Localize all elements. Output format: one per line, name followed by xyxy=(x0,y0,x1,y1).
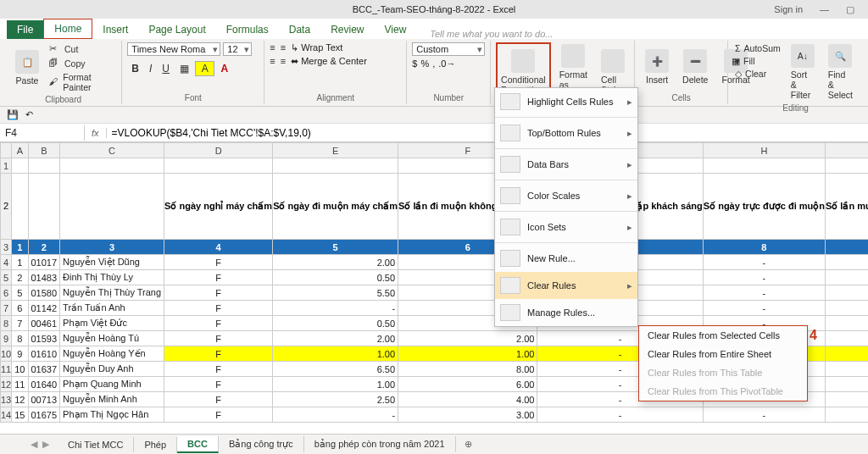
row-header-1[interactable]: 1 xyxy=(1,158,12,174)
row-header-5[interactable]: 5 xyxy=(1,270,12,285)
tab-file[interactable]: File xyxy=(7,20,43,39)
cell-I4[interactable]: - xyxy=(825,255,868,270)
sort-filter-button[interactable]: A↓Sort & Filter xyxy=(786,42,820,102)
clear-rules-entire-sheet[interactable]: Clear Rules from Entire Sheet xyxy=(639,345,807,363)
align-top-button[interactable]: ≡ xyxy=(270,42,275,53)
col-header-corner[interactable] xyxy=(1,143,12,158)
cell-F10[interactable]: 1.00 xyxy=(398,346,537,362)
cell-I9[interactable]: - xyxy=(825,331,868,346)
delete-cells-button[interactable]: ➖Delete xyxy=(677,42,713,91)
cell-E12[interactable]: 1.00 xyxy=(273,377,398,392)
cell-F12[interactable]: 6.00 xyxy=(398,377,537,392)
cell-C12[interactable]: Phạm Quang Minh xyxy=(60,377,164,392)
menu-new-rule[interactable]: New Rule...3 xyxy=(495,245,637,272)
cell-C14[interactable]: Phạm Thị Ngọc Hân xyxy=(60,407,164,423)
clear-button[interactable]: ◇ Clear xyxy=(733,68,782,80)
cell-D10[interactable]: F xyxy=(164,346,273,362)
sheet-tab-bcc[interactable]: BCC xyxy=(177,436,219,453)
cell-D4[interactable]: F xyxy=(164,255,273,270)
cell-A12[interactable]: 11 xyxy=(12,377,28,392)
fx-icon[interactable]: fx xyxy=(85,128,107,138)
cut-button[interactable]: Cut xyxy=(47,42,116,56)
cell-A4[interactable]: 1 xyxy=(12,255,28,270)
cell-G14[interactable]: - xyxy=(537,407,703,423)
cell-F11[interactable]: 8.00 xyxy=(398,362,537,377)
row-header-4[interactable]: 4 xyxy=(1,255,12,270)
formula-input[interactable] xyxy=(107,125,868,141)
merge-center-button[interactable]: ⬌ Merge & Center xyxy=(291,56,367,67)
sheet-tab-chitiet[interactable]: Chi Tiet MCC xyxy=(58,437,134,452)
cell-C13[interactable]: Nguyễn Minh Anh xyxy=(60,392,164,407)
border-button[interactable]: ▦ xyxy=(175,61,193,76)
cell-C6[interactable]: Nguyễn Thị Thùy Trang xyxy=(60,285,164,301)
cell-F14[interactable]: 3.00 xyxy=(398,407,537,423)
tab-nav-prev[interactable]: ◀ xyxy=(25,439,42,450)
col-header-D[interactable]: D xyxy=(164,143,273,158)
menu-top-bottom-rules[interactable]: Top/Bottom Rules▸ xyxy=(495,119,637,147)
col-header-C[interactable]: C xyxy=(60,143,164,158)
cell-F9[interactable]: 2.00 xyxy=(398,331,537,346)
cell-B7[interactable]: 01142 xyxy=(28,301,60,316)
row-header-9[interactable]: 9 xyxy=(1,331,12,346)
col-header-B[interactable]: B xyxy=(28,143,60,158)
signin-link[interactable]: Sign in xyxy=(767,2,810,17)
cell-B8[interactable]: 00461 xyxy=(28,316,60,331)
cell-D9[interactable]: F xyxy=(164,331,273,346)
row-header-12[interactable]: 12 xyxy=(1,377,12,392)
align-mid-button[interactable]: ≡ xyxy=(281,42,286,53)
font-name-select[interactable]: Times New Roma xyxy=(127,42,220,56)
cell-I6[interactable]: - xyxy=(825,285,868,301)
cell-D7[interactable]: F xyxy=(164,301,273,316)
cell-I12[interactable]: - xyxy=(825,377,868,392)
font-size-select[interactable]: 12 xyxy=(223,42,252,56)
tab-insert[interactable]: Insert xyxy=(92,20,138,39)
cell-A13[interactable]: 12 xyxy=(12,392,28,407)
cell-C10[interactable]: Nguyễn Hoàng Yến xyxy=(60,346,164,362)
paste-button[interactable]: 📋Paste xyxy=(10,42,44,93)
cell-A9[interactable]: 8 xyxy=(12,331,28,346)
align-left-button[interactable]: ≡ xyxy=(270,56,275,67)
autosum-button[interactable]: Σ AutoSum xyxy=(733,42,782,54)
cell-E5[interactable]: 0.50 xyxy=(273,270,398,285)
cell-A6[interactable]: 5 xyxy=(12,285,28,301)
new-sheet-button[interactable]: ⊕ xyxy=(456,439,481,450)
underline-button[interactable]: U xyxy=(158,61,174,76)
maximize-button[interactable]: ▢ xyxy=(839,2,861,18)
menu-highlight-cells-rules[interactable]: Highlight Cells Rules▸ xyxy=(495,88,637,115)
cell-B11[interactable]: 01637 xyxy=(28,362,60,377)
dec-inc-button[interactable]: .0→ xyxy=(438,58,455,69)
tab-review[interactable]: Review xyxy=(320,20,374,39)
undo-button[interactable]: ↶ xyxy=(25,109,33,120)
tab-data[interactable]: Data xyxy=(279,20,320,39)
cell-A10[interactable]: 9 xyxy=(12,346,28,362)
currency-button[interactable]: $ xyxy=(412,58,417,69)
cell-A7[interactable]: 6 xyxy=(12,301,28,316)
cell-I11[interactable]: - xyxy=(825,362,868,377)
menu-manage-rules[interactable]: Manage Rules... xyxy=(495,299,637,326)
menu-data-bars[interactable]: Data Bars▸ xyxy=(495,151,637,178)
percent-button[interactable]: % xyxy=(420,58,429,69)
cell-H4[interactable]: - xyxy=(703,255,825,270)
italic-button[interactable]: I xyxy=(145,61,156,76)
save-button[interactable]: 💾 xyxy=(7,109,19,120)
find-select-button[interactable]: 🔍Find & Select xyxy=(823,42,858,102)
tab-nav-next[interactable]: ▶ xyxy=(42,439,58,450)
cell-I14[interactable]: - xyxy=(825,407,868,423)
fill-color-button[interactable]: A xyxy=(195,61,214,76)
cell-E6[interactable]: 5.50 xyxy=(273,285,398,301)
cell-B4[interactable]: 01017 xyxy=(28,255,60,270)
fill-button[interactable]: ▾ Fill xyxy=(733,55,782,67)
cell-C11[interactable]: Nguyễn Duy Anh xyxy=(60,362,164,377)
cell-A14[interactable]: 15 xyxy=(12,407,28,423)
tell-me[interactable]: Tell me what you want to do... xyxy=(430,29,553,39)
cell-B9[interactable]: 01593 xyxy=(28,331,60,346)
row-header-3[interactable]: 3 xyxy=(1,240,12,255)
tab-home[interactable]: Home xyxy=(43,19,92,39)
cell-D14[interactable]: F xyxy=(164,407,273,423)
name-box[interactable]: F4 xyxy=(0,125,85,141)
cell-B5[interactable]: 01483 xyxy=(28,270,60,285)
font-color-button[interactable]: A xyxy=(216,61,232,76)
cell-B10[interactable]: 01610 xyxy=(28,346,60,362)
row-header-6[interactable]: 6 xyxy=(1,285,12,301)
row-header-7[interactable]: 7 xyxy=(1,301,12,316)
